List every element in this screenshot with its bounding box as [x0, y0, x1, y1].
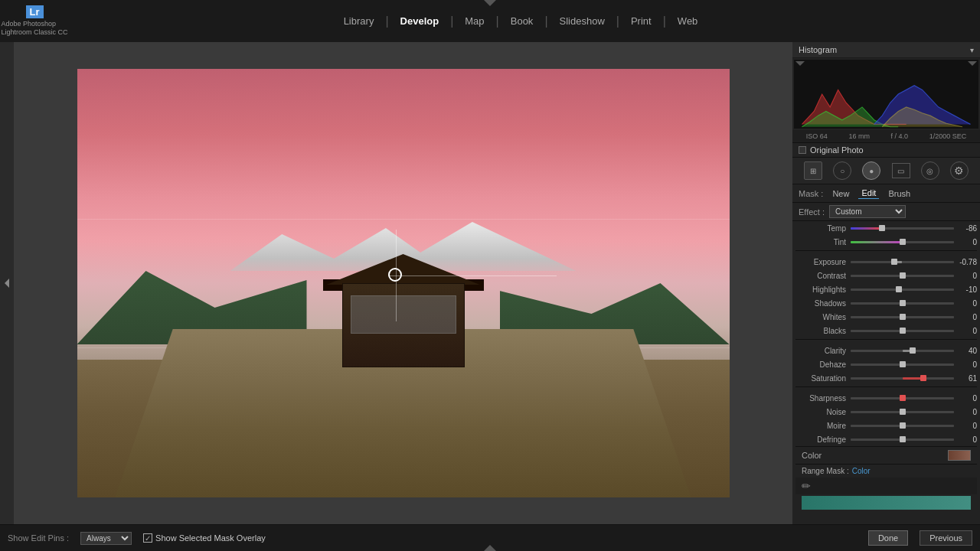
- mask-line-vertical: [396, 230, 397, 321]
- histogram-highlight-clip[interactable]: [968, 61, 977, 66]
- moire-thumb[interactable]: [900, 422, 906, 429]
- sharpness-slider-row: Sharpness 0: [795, 391, 977, 405]
- nav-print[interactable]: Print: [619, 0, 663, 42]
- done-button[interactable]: Done: [868, 530, 908, 546]
- temp-fill: [851, 227, 882, 230]
- mask-control-point[interactable]: [388, 268, 403, 283]
- dehaze-thumb[interactable]: [900, 361, 906, 367]
- mask-overlay-preview: [802, 496, 971, 510]
- top-bar: Lr Adobe Photoshop Lightroom Classic CC …: [0, 0, 980, 42]
- defringe-value: 0: [956, 435, 977, 444]
- bottom-collapse-arrow[interactable]: [484, 545, 496, 551]
- previous-button[interactable]: Previous: [920, 530, 972, 546]
- histogram-chart: [794, 60, 978, 129]
- settings-tool[interactable]: ⚙: [950, 161, 969, 180]
- blacks-thumb[interactable]: [900, 328, 906, 334]
- defringe-thumb[interactable]: [900, 436, 906, 442]
- nav-library[interactable]: Library: [332, 0, 386, 42]
- tint-slider[interactable]: [851, 241, 954, 243]
- shadows-slider-row: Shadows 0: [795, 296, 977, 310]
- mask-brush-btn[interactable]: Brush: [885, 188, 913, 199]
- nav-menu: Library | Develop | Map | Book | Slidesh…: [61, 0, 980, 42]
- defringe-slider[interactable]: [851, 439, 954, 441]
- aperture-value: f / 4.0: [891, 132, 909, 140]
- exposure-slider[interactable]: [851, 261, 954, 263]
- saturation-slider[interactable]: [851, 377, 954, 380]
- nav-develop[interactable]: Develop: [389, 0, 451, 42]
- sharpness-slider[interactable]: [851, 397, 954, 399]
- photo-metadata: ISO 64 16 mm f / 4.0 1/2000 SEC: [792, 130, 980, 143]
- graduated-filter-tool[interactable]: ▭: [892, 163, 910, 178]
- histogram-shadow-clip[interactable]: [795, 61, 805, 66]
- radial-filter-tool[interactable]: ◎: [921, 161, 939, 180]
- saturation-value: 61: [956, 374, 977, 383]
- nav-book[interactable]: Book: [499, 0, 545, 42]
- original-photo-checkbox[interactable]: [799, 146, 806, 154]
- blacks-slider-row: Blacks 0: [795, 324, 977, 337]
- mask-overlay-label: Show Selected Mask Overlay: [155, 533, 266, 543]
- left-panel-toggle[interactable]: [0, 42, 14, 524]
- whites-value: 0: [956, 313, 977, 321]
- exposure-thumb[interactable]: [891, 259, 897, 265]
- mask-line-horizontal: [388, 276, 557, 276]
- dehaze-slider[interactable]: [851, 364, 954, 366]
- mask-overlay-check[interactable]: ✓ Show Selected Mask Overlay: [143, 533, 266, 543]
- lr-badge: Lr: [26, 5, 44, 18]
- effect-label: Effect :: [799, 207, 825, 217]
- temp-slider-row: Temp -86: [795, 221, 977, 235]
- mask-edit-btn[interactable]: Edit: [858, 187, 879, 199]
- slider-divider-2: [795, 339, 977, 342]
- show-edit-pins-select[interactable]: Always Never Auto Selected: [80, 532, 132, 545]
- noise-slider[interactable]: [851, 411, 954, 413]
- noise-slider-row: Noise 0: [795, 405, 977, 419]
- eyedropper-icon[interactable]: ✏: [802, 480, 811, 492]
- defringe-label: Defringe: [795, 435, 849, 444]
- temp-thumb[interactable]: [879, 225, 885, 231]
- histogram-collapse-icon[interactable]: ▾: [970, 46, 974, 54]
- clarity-slider[interactable]: [851, 350, 954, 352]
- saturation-thumb[interactable]: [920, 375, 926, 381]
- sharpness-thumb[interactable]: [900, 395, 906, 401]
- defringe-slider-row: Defringe 0: [795, 432, 977, 446]
- highlights-slider[interactable]: [851, 289, 954, 291]
- temp-slider[interactable]: [851, 227, 954, 230]
- exposure-slider-row: Exposure -0.78: [795, 255, 977, 269]
- contrast-slider[interactable]: [851, 275, 954, 277]
- contrast-thumb[interactable]: [900, 272, 906, 279]
- contrast-value: 0: [956, 272, 977, 280]
- whites-thumb[interactable]: [900, 314, 906, 320]
- shadows-thumb[interactable]: [900, 300, 906, 306]
- moire-slider-row: Moire 0: [795, 419, 977, 432]
- whites-slider[interactable]: [851, 316, 954, 318]
- nav-slideshow[interactable]: Slideshow: [548, 0, 616, 42]
- original-photo-row: Original Photo: [792, 143, 980, 158]
- mask-circle[interactable]: [388, 268, 402, 282]
- range-mask-type[interactable]: Color: [852, 467, 871, 475]
- clarity-thumb[interactable]: [910, 347, 916, 354]
- moire-slider[interactable]: [851, 425, 954, 427]
- color-swatch[interactable]: [948, 450, 971, 461]
- blacks-slider[interactable]: [851, 330, 954, 332]
- nav-map[interactable]: Map: [453, 0, 495, 42]
- eyedropper-row: ✏: [795, 478, 977, 494]
- cabin-roof: [327, 254, 480, 285]
- shutter-value: 1/2000 SEC: [929, 132, 967, 140]
- mask-new-btn[interactable]: New: [829, 188, 852, 199]
- temp-value: -86: [956, 224, 977, 233]
- highlights-thumb[interactable]: [896, 286, 902, 292]
- top-collapse-arrow[interactable]: [484, 0, 496, 6]
- noise-thumb[interactable]: [900, 409, 906, 415]
- mask-overlay-checkbox[interactable]: ✓: [143, 533, 152, 543]
- effect-select[interactable]: Custom Soften Skin Teeth Whitening: [829, 205, 906, 218]
- tint-slider-row: Tint 0: [795, 235, 977, 249]
- spot-removal-tool[interactable]: ○: [833, 161, 851, 180]
- tint-thumb[interactable]: [900, 239, 906, 245]
- whites-label: Whites: [795, 313, 849, 321]
- adjustment-brush-tool[interactable]: ●: [862, 161, 880, 180]
- crop-tool[interactable]: ⊞: [804, 161, 822, 180]
- whites-slider-row: Whites 0: [795, 310, 977, 324]
- nav-web[interactable]: Web: [666, 0, 710, 42]
- mask-row: Mask : New Edit Brush: [792, 184, 980, 203]
- blacks-label: Blacks: [795, 327, 849, 335]
- shadows-slider[interactable]: [851, 302, 954, 305]
